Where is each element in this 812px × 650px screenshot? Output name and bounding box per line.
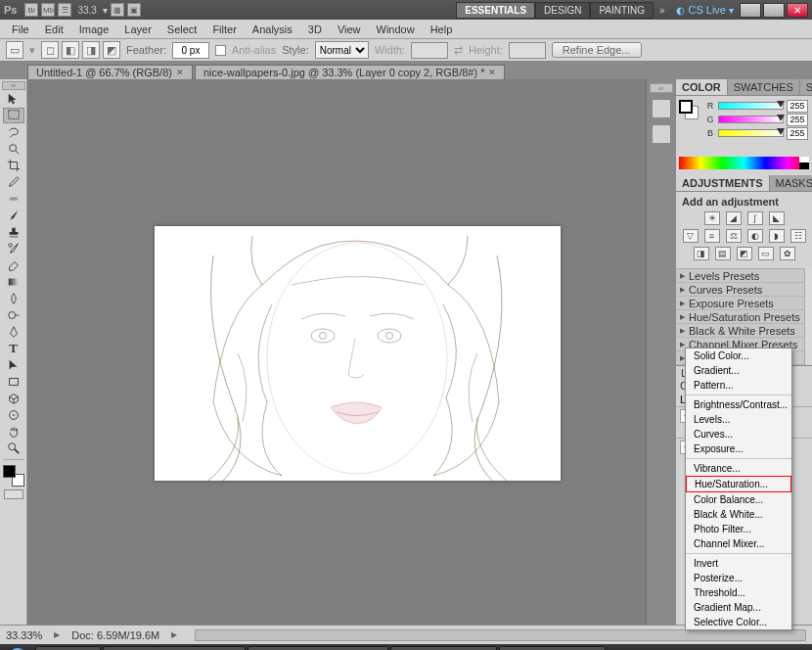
more-workspaces-icon[interactable]: » bbox=[659, 5, 665, 16]
g-slider[interactable] bbox=[718, 116, 784, 123]
fg-bg-swatches[interactable] bbox=[3, 465, 24, 487]
gradient-tool-icon[interactable] bbox=[3, 274, 24, 290]
adjustments-tab[interactable]: ADJUSTMENTS bbox=[676, 175, 770, 191]
r-slider[interactable] bbox=[718, 102, 784, 110]
screen-mode-icon[interactable]: ▣ bbox=[127, 3, 141, 17]
menu-photo-filter[interactable]: Photo Filter... bbox=[686, 522, 791, 536]
3d-camera-tool-icon[interactable] bbox=[3, 407, 24, 423]
workspace-design[interactable]: DESIGN bbox=[535, 2, 590, 19]
expand-panels-icon[interactable]: ‹‹ bbox=[650, 83, 673, 93]
marquee-tool-icon[interactable] bbox=[3, 108, 24, 123]
threshold-icon[interactable]: ◩ bbox=[737, 247, 752, 260]
menu-brightness[interactable]: Brightness/Contrast... bbox=[686, 397, 791, 412]
gradmap-icon[interactable]: ▭ bbox=[758, 247, 774, 260]
taskbar-item[interactable]: nice-wallpapers-0.jp... bbox=[248, 646, 388, 650]
selection-subtract-icon[interactable]: ◨ bbox=[82, 41, 100, 59]
hand-tool-icon[interactable] bbox=[3, 424, 24, 440]
start-button[interactable] bbox=[2, 645, 33, 650]
document-tab[interactable]: Untitled-1 @ 66.7% (RGB/8)✕ bbox=[27, 65, 193, 79]
b-value[interactable]: 255 bbox=[787, 127, 808, 140]
taskbar-item[interactable]: Untitled - Paint bbox=[390, 646, 497, 650]
menu-3d[interactable]: 3D bbox=[300, 22, 330, 37]
arrange-docs-icon[interactable]: ▦ bbox=[111, 3, 124, 17]
canvas-area[interactable] bbox=[27, 79, 646, 625]
curves-icon[interactable]: ∫ bbox=[747, 211, 763, 225]
menu-file[interactable]: File bbox=[4, 22, 37, 37]
quickmask-toggle[interactable] bbox=[4, 489, 23, 499]
preset-exposure[interactable]: ▶Exposure Presets bbox=[676, 297, 804, 310]
menu-image[interactable]: Image bbox=[71, 22, 117, 37]
menu-window[interactable]: Window bbox=[369, 22, 423, 37]
workspace-essentials[interactable]: ESSENTIALS bbox=[456, 2, 535, 19]
menu-analysis[interactable]: Analysis bbox=[245, 22, 300, 37]
g-value[interactable]: 255 bbox=[787, 114, 808, 126]
preset-levels[interactable]: ▶Levels Presets bbox=[676, 269, 804, 283]
selection-add-icon[interactable]: ◧ bbox=[62, 41, 79, 59]
tools-collapse[interactable]: ›› bbox=[2, 81, 25, 90]
zoom-tool-icon[interactable] bbox=[3, 441, 24, 456]
eraser-tool-icon[interactable] bbox=[3, 257, 24, 273]
styles-tab[interactable]: STYLES bbox=[800, 79, 812, 95]
menu-curves[interactable]: Curves... bbox=[686, 427, 791, 441]
menu-channel-mixer[interactable]: Channel Mixer... bbox=[686, 536, 791, 551]
invert-icon[interactable]: ◨ bbox=[694, 247, 709, 260]
history-panel-icon[interactable] bbox=[652, 99, 671, 118]
selcolor-icon[interactable]: ✿ bbox=[780, 247, 795, 260]
menu-selective-color[interactable]: Selective Color... bbox=[686, 615, 791, 629]
window-maximize[interactable]: ☐ bbox=[763, 3, 785, 18]
preset-curves[interactable]: ▶Curves Presets bbox=[676, 283, 804, 297]
menu-levels[interactable]: Levels... bbox=[686, 412, 791, 427]
menu-gradient-map[interactable]: Gradient Map... bbox=[686, 600, 791, 615]
type-tool-icon[interactable]: T bbox=[3, 341, 24, 356]
menu-help[interactable]: Help bbox=[423, 22, 461, 37]
menu-hue-saturation[interactable]: Hue/Saturation... bbox=[686, 476, 791, 492]
taskbar-item[interactable]: FAP FAP melnie. - S... bbox=[103, 646, 246, 650]
path-select-tool-icon[interactable] bbox=[3, 357, 24, 373]
status-tri-icon[interactable]: ▶ bbox=[54, 630, 60, 639]
menu-solid-color[interactable]: Solid Color... bbox=[686, 348, 791, 363]
color-ramp[interactable] bbox=[679, 157, 809, 169]
brush-tool-icon[interactable] bbox=[3, 208, 24, 223]
menu-edit[interactable]: Edit bbox=[37, 22, 71, 37]
close-tab-icon[interactable]: ✕ bbox=[176, 68, 184, 77]
menu-exposure[interactable]: Exposure... bbox=[686, 441, 791, 456]
actions-panel-icon[interactable] bbox=[652, 124, 671, 144]
cs-live[interactable]: ◐ CS Live ▾ bbox=[676, 4, 734, 16]
r-value[interactable]: 255 bbox=[787, 100, 808, 113]
move-tool-icon[interactable] bbox=[3, 91, 24, 107]
style-select[interactable]: Normal bbox=[315, 41, 369, 59]
artboard[interactable] bbox=[155, 226, 561, 481]
photofilter-icon[interactable]: ◗ bbox=[769, 229, 785, 243]
quick-select-tool-icon[interactable] bbox=[3, 141, 24, 157]
color-swatch[interactable] bbox=[679, 100, 699, 119]
selection-intersect-icon[interactable]: ◩ bbox=[103, 41, 120, 59]
menu-filter[interactable]: Filter bbox=[204, 22, 244, 37]
menu-view[interactable]: View bbox=[330, 22, 369, 37]
huesat-icon[interactable]: ≡ bbox=[704, 229, 720, 243]
status-zoom[interactable]: 33.33% bbox=[6, 629, 42, 641]
document-tab[interactable]: nice-wallpapers-0.jpg @ 33.3% (Layer 0 c… bbox=[195, 65, 506, 79]
canvas-scrollbar[interactable] bbox=[195, 629, 806, 641]
blur-tool-icon[interactable] bbox=[3, 291, 24, 306]
pen-tool-icon[interactable] bbox=[3, 324, 24, 340]
preset-huesat[interactable]: ▶Hue/Saturation Presets bbox=[676, 310, 804, 324]
swatches-tab[interactable]: SWATCHES bbox=[728, 79, 800, 95]
lasso-tool-icon[interactable] bbox=[3, 124, 24, 140]
stamp-tool-icon[interactable] bbox=[3, 224, 24, 240]
launch-bridge-icon[interactable]: Br bbox=[24, 3, 38, 17]
menu-vibrance[interactable]: Vibrance... bbox=[686, 461, 791, 476]
posterize-icon[interactable]: ▤ bbox=[715, 247, 731, 260]
window-minimize[interactable]: — bbox=[740, 3, 761, 18]
menu-layer[interactable]: Layer bbox=[116, 22, 159, 37]
menu-pattern[interactable]: Pattern... bbox=[686, 378, 791, 393]
taskbar-item[interactable]: Untitled - Paint bbox=[499, 646, 606, 650]
menu-select[interactable]: Select bbox=[159, 22, 205, 37]
healing-tool-icon[interactable] bbox=[3, 191, 24, 207]
bw-icon[interactable]: ◐ bbox=[747, 229, 763, 243]
crop-tool-icon[interactable] bbox=[3, 158, 24, 173]
eyedropper-tool-icon[interactable] bbox=[3, 174, 24, 190]
workspace-painting[interactable]: PAINTING bbox=[590, 2, 653, 19]
brightness-icon[interactable]: ☀ bbox=[704, 211, 720, 225]
refine-edge-button[interactable]: Refine Edge... bbox=[552, 42, 642, 58]
exposure-icon[interactable]: ◣ bbox=[769, 211, 785, 225]
